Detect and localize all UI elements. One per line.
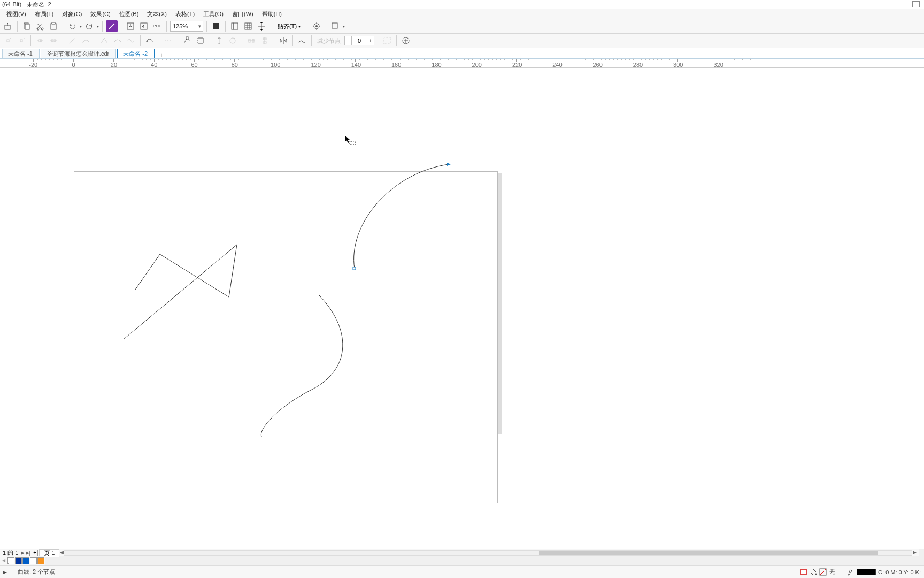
options-icon[interactable] — [311, 20, 322, 32]
join-nodes-icon — [34, 35, 46, 47]
fill-bucket-icon[interactable] — [810, 568, 817, 576]
menu-object[interactable]: 对象(C) — [58, 9, 86, 19]
menu-bitmap[interactable]: 位图(B) — [115, 9, 143, 19]
doc-tab-1[interactable]: 圣诞节海报怎么设计.cdr — [41, 49, 116, 58]
status-bar: ▶ 曲线: 2 个节点 无 C: 0 M: 0 Y: 0 K: — [0, 565, 924, 578]
cusp-node-icon — [98, 35, 110, 47]
snap-menu[interactable]: 贴齐(T)▾ — [274, 21, 304, 32]
no-fill-icon — [819, 568, 827, 576]
smooth-node-icon — [112, 35, 124, 47]
horizontal-ruler[interactable]: -200204060801001201401601802002202402602… — [0, 59, 924, 68]
delete-node-icon — [16, 35, 27, 47]
separator — [63, 21, 63, 32]
canvas[interactable] — [0, 68, 924, 549]
separator — [159, 35, 159, 46]
ruler-tick: 20 — [110, 59, 118, 68]
outline-pen-icon[interactable] — [847, 568, 853, 576]
svg-rect-21 — [54, 40, 56, 42]
hscroll-track[interactable]: ◀ ▶ — [64, 550, 912, 556]
hscroll-thumb[interactable] — [539, 551, 878, 555]
reduce-nodes-spinner[interactable]: − 0 + — [344, 36, 374, 45]
curve-object-selected[interactable] — [350, 163, 356, 169]
fullscreen-icon[interactable] — [210, 20, 222, 32]
add-tab-button[interactable]: + — [158, 51, 165, 58]
svg-rect-20 — [51, 40, 53, 42]
menu-bar: 视图(V) 布局(L) 对象(C) 效果(C) 位图(B) 文本(X) 表格(T… — [0, 9, 924, 19]
pdf-icon[interactable]: PDF — [151, 20, 163, 32]
page-last-icon[interactable]: ▶| — [25, 550, 30, 556]
symmetrical-node-icon — [125, 35, 137, 47]
add-page-icon[interactable]: + — [32, 550, 38, 556]
separator — [63, 35, 63, 46]
separator — [274, 35, 274, 46]
export-up-icon[interactable] — [138, 20, 150, 32]
import-icon[interactable] — [125, 20, 136, 32]
doc-tab-0[interactable]: 未命名 -1 — [2, 49, 40, 58]
redo-icon[interactable] — [83, 20, 95, 32]
doc-tab-2[interactable]: 未命名 -2 — [117, 49, 155, 58]
swatch-2[interactable] — [30, 557, 37, 564]
menu-text[interactable]: 文本(X) — [143, 9, 171, 19]
paste-icon[interactable] — [48, 20, 59, 32]
svg-point-23 — [230, 38, 235, 43]
grid-icon[interactable] — [242, 20, 254, 32]
svg-rect-9 — [213, 23, 219, 29]
menu-table[interactable]: 表格(T) — [171, 9, 199, 19]
color-proof-icon[interactable] — [800, 569, 807, 575]
page-boundary — [74, 171, 498, 503]
launch-icon[interactable] — [329, 20, 341, 32]
swatch-3[interactable] — [37, 557, 44, 564]
page-total: 1 — [13, 550, 20, 556]
separator — [95, 35, 95, 46]
zoom-level-select[interactable]: 125% — [170, 21, 203, 32]
menu-view[interactable]: 视图(V) — [2, 9, 30, 19]
svg-rect-19 — [40, 40, 42, 42]
spinner-decrement[interactable]: − — [344, 36, 352, 45]
extract-subpath-icon[interactable] — [181, 35, 193, 47]
menu-window[interactable]: 窗口(W) — [228, 9, 258, 19]
swatch-none[interactable] — [7, 557, 14, 564]
ruler-tick: -20 — [29, 59, 37, 68]
copy-icon[interactable] — [21, 20, 33, 32]
hscroll-right-icon[interactable]: ▶ — [912, 550, 917, 555]
elastic-mode-icon[interactable] — [296, 35, 308, 47]
status-play-icon[interactable]: ▶ — [3, 569, 7, 575]
separator — [166, 21, 167, 32]
page-next-icon[interactable]: ▶ — [20, 550, 25, 556]
polyline-object[interactable] — [122, 233, 127, 238]
export-icon[interactable] — [2, 20, 14, 32]
rotate-node-icon — [227, 35, 238, 47]
page-tab[interactable]: 页 1 — [39, 549, 59, 557]
menu-layout[interactable]: 布局(L) — [30, 9, 58, 19]
reverse-curve-icon[interactable] — [144, 35, 156, 47]
spinner-increment[interactable]: + — [367, 36, 374, 45]
reflect-horiz-icon[interactable] — [278, 35, 289, 47]
svg-rect-11 — [234, 23, 238, 29]
menu-tools[interactable]: 工具(O) — [199, 9, 228, 19]
cut-icon[interactable] — [34, 20, 46, 32]
ruler-tick: 180 — [432, 59, 440, 68]
svg-rect-33 — [801, 570, 806, 574]
guides-icon[interactable] — [256, 20, 267, 32]
separator — [242, 35, 242, 46]
s-curve-object[interactable] — [259, 295, 265, 301]
snap-grid-icon[interactable] — [229, 20, 241, 32]
bounding-box-icon[interactable] — [400, 35, 412, 47]
fill-icon[interactable] — [106, 20, 118, 32]
palette-left-icon[interactable]: ◀ — [1, 558, 6, 563]
svg-rect-22 — [186, 37, 188, 39]
undo-icon[interactable] — [66, 20, 78, 32]
hscroll-left-icon[interactable]: ◀ — [59, 550, 64, 555]
close-curve-icon[interactable] — [195, 35, 206, 47]
swatch-0[interactable] — [15, 557, 22, 564]
separator — [271, 21, 271, 32]
to-line-icon — [66, 35, 78, 47]
separator — [311, 35, 312, 46]
extend-curve-icon — [163, 35, 174, 47]
swatch-1[interactable] — [22, 557, 29, 564]
menu-help[interactable]: 帮助(H) — [258, 9, 286, 19]
menu-effect[interactable]: 效果(C) — [86, 9, 114, 19]
window-restore-icon[interactable] — [912, 1, 920, 7]
ruler-tick: 140 — [351, 59, 360, 68]
outline-swatch[interactable] — [857, 569, 876, 575]
